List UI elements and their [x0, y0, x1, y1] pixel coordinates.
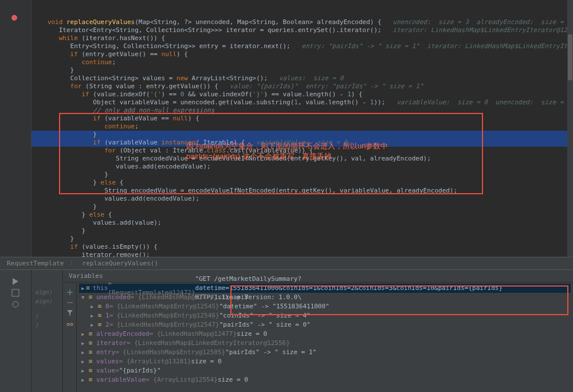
variable-row[interactable]: ▶≡variableValue = {ArrayList@12554} size… [79, 375, 571, 385]
code-line[interactable]: void replaceQueryValues(Map<String, ?> u… [36, 18, 568, 26]
breadcrumb-method[interactable]: replaceQueryValues() [83, 260, 158, 267]
expand-icon[interactable]: ▶ [81, 366, 87, 375]
variables-panel: Variables ▶≡this = {RequestTemplate@1247… [63, 270, 573, 392]
variable-value: size = 3 [218, 293, 248, 302]
expand-icon[interactable]: ▶ [81, 339, 87, 348]
code-line[interactable]: // only add non-null expressions [36, 107, 568, 115]
code-line[interactable]: } else { [36, 211, 568, 219]
code-line[interactable]: Object variableValue = unencoded.get(val… [36, 99, 568, 107]
variable-name: 2 [105, 320, 109, 330]
frame-item[interactable] [33, 306, 61, 308]
code-line[interactable]: if (variableValue == null) { [36, 115, 568, 123]
expand-icon[interactable]: ▼ [81, 293, 87, 302]
filter-icon[interactable] [66, 309, 74, 317]
frame-item[interactable]: eign) [33, 297, 61, 305]
remove-watch-icon[interactable] [66, 299, 74, 307]
expand-icon[interactable]: ▶ [81, 375, 87, 385]
breadcrumb[interactable]: RequestTemplate 〉 replaceQueryValues() [0, 257, 573, 269]
variables-tree[interactable]: ▶≡this = {RequestTemplate@12472} "GET /g… [77, 283, 573, 386]
code-line[interactable]: Iterator<Entry<String, Collection<String… [36, 26, 568, 34]
variable-value: "coinIds" -> " size = 4" [219, 311, 311, 320]
svg-point-3 [70, 323, 73, 326]
variable-icon: ≡ [96, 303, 103, 310]
variable-icon: ≡ [85, 285, 91, 292]
variable-row[interactable]: ▶≡values = {ArrayList@13281} size = 0 [79, 357, 571, 366]
expand-icon[interactable]: ▶ [91, 302, 96, 311]
variable-value: "GET /getMarketDailySummary?datetime=155… [195, 275, 571, 302]
code-line[interactable]: values.add(encodedValue); [36, 195, 568, 203]
variable-icon: ≡ [96, 322, 103, 328]
breakpoint-icon[interactable] [11, 15, 17, 21]
variable-row[interactable]: ▶≡alreadyEncoded = {LinkedHashMap@12477}… [79, 330, 571, 339]
variable-value: size = 0 [237, 330, 267, 339]
code-line[interactable]: if (entry.getValue() == null) { [36, 50, 568, 58]
frame-item[interactable] [33, 309, 61, 311]
code-line[interactable]: for (String value : entry.getValue()) { … [36, 83, 568, 91]
debug-panel: eign)eign))) Variables ▶≡this = {Request… [0, 269, 573, 392]
variable-value: size = 0 [218, 375, 248, 385]
code-line[interactable]: for (Object val : Iterable.class.cast(va… [36, 147, 568, 155]
variable-row[interactable]: ▶≡0 = {LinkedHashMap$Entry@12545} "datet… [79, 302, 571, 311]
code-line[interactable]: } [36, 66, 568, 75]
code-line[interactable]: } else { [36, 179, 568, 187]
code-line[interactable]: continue; [36, 58, 568, 66]
code-line[interactable]: String encodedValue = encodeValueIfNotEn… [36, 155, 568, 163]
variable-type: = {LinkedHashMap$LinkedEntryIterator@125… [127, 339, 290, 348]
editor-gutter [0, 0, 32, 257]
variable-row[interactable]: ▶≡this = {RequestTemplate@12472} "GET /g… [79, 284, 571, 293]
add-watch-icon[interactable] [66, 288, 74, 296]
variable-name: variableValue [96, 375, 146, 385]
expand-icon[interactable]: ▶ [91, 320, 96, 330]
code-line[interactable]: while (iterator.hasNext()) { [36, 34, 568, 42]
expand-icon[interactable]: ▶ [81, 348, 87, 357]
expand-icon[interactable]: ▶ [81, 357, 87, 366]
variable-icon: ≡ [87, 377, 94, 383]
svg-rect-0 [12, 289, 19, 296]
layout-icon[interactable] [11, 288, 20, 297]
glasses-icon[interactable] [66, 319, 74, 327]
variable-value: "pairIds" -> " size = 0" [219, 320, 311, 330]
code-line[interactable]: iterator.remove(); [36, 251, 568, 257]
variable-row[interactable]: ▶≡value = "{pairIds}" [79, 366, 571, 375]
frame-item[interactable]: eign) [33, 288, 61, 296]
code-line[interactable]: Collection<String> values = new ArrayLis… [36, 75, 568, 83]
variable-row[interactable]: ▶≡entry = {LinkedHashMap$Entry@12505} "p… [79, 348, 571, 357]
code-line[interactable]: values.add(value); [36, 219, 568, 227]
code-line[interactable]: if (values.isEmpty()) { [36, 243, 568, 251]
breadcrumb-class[interactable]: RequestTemplate [7, 260, 64, 267]
variable-icon: ≡ [87, 331, 94, 338]
code-line[interactable]: continue; [36, 123, 568, 131]
settings-icon[interactable] [11, 300, 20, 309]
code-line[interactable]: } [36, 203, 568, 211]
code-editor[interactable]: void replaceQueryValues(Map<String, ?> u… [32, 0, 573, 257]
expand-icon[interactable]: ▶ [81, 330, 87, 339]
editor-scrollbar[interactable] [567, 0, 573, 257]
variable-row[interactable]: ▶≡1 = {LinkedHashMap$Entry@12546} "coinI… [79, 311, 571, 320]
frame-item[interactable]: ) [33, 321, 61, 330]
code-line[interactable]: values.add(encodedValue); [36, 163, 568, 171]
svg-point-2 [67, 323, 69, 326]
debug-run-toolbar [0, 270, 32, 392]
code-line[interactable]: } [36, 227, 568, 235]
frame-item[interactable]: ) [33, 312, 61, 320]
variable-value: "pairIds" -> " size = 1" [225, 348, 316, 357]
code-line[interactable]: Entry<String, Collection<String>> entry … [36, 42, 568, 50]
variable-row[interactable]: ▶≡2 = {LinkedHashMap$Entry@12547} "pairI… [79, 320, 571, 330]
variable-type: = {LinkedHashMap$Entry@12546} [109, 311, 219, 320]
variable-name: alreadyEncoded [96, 330, 150, 339]
code-line[interactable]: String encodedValue = encodeValueIfNotEn… [36, 187, 568, 195]
code-line[interactable]: } [32, 131, 573, 139]
code-line[interactable]: } [36, 171, 568, 179]
variable-row[interactable]: ▶≡iterator = {LinkedHashMap$LinkedEntryI… [79, 339, 571, 348]
expand-icon[interactable]: ▶ [81, 284, 85, 293]
chevron-right-icon: 〉 [70, 260, 76, 267]
rerun-icon[interactable] [11, 277, 20, 286]
variable-type: = {ArrayList@12554} [146, 375, 218, 385]
variable-value: "datetime" -> "1551836411000" [219, 302, 329, 311]
code-line[interactable]: if (value.indexOf('{') == 0 && value.ind… [36, 91, 568, 99]
code-line[interactable]: if (variableValue instanceof Iterable) {… [32, 139, 573, 147]
expand-icon[interactable]: ▶ [91, 311, 96, 320]
variable-name: 0 [105, 302, 109, 311]
code-line[interactable]: } [36, 235, 568, 243]
variable-type: = {LinkedHashMap$Entry@12505} [115, 348, 225, 357]
